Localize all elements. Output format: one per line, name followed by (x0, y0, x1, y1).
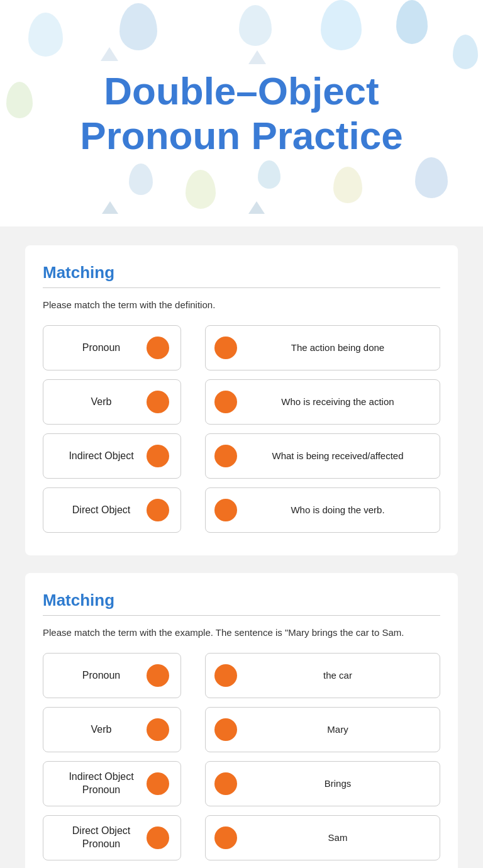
right-match-card[interactable]: Sam (205, 815, 440, 860)
left-connector-dot[interactable] (147, 718, 169, 741)
matching-row: PronounThe action being done (43, 325, 440, 370)
matching-row: VerbWho is receiving the action (43, 379, 440, 425)
right-card-label: Who is receiving the action (243, 396, 428, 408)
matching-row: Indirect ObjectWhat is being received/af… (43, 433, 440, 479)
right-connector-dot[interactable] (214, 337, 237, 359)
right-connector-dot[interactable] (214, 499, 237, 521)
right-card-label: Sam (243, 832, 428, 844)
left-match-card[interactable]: Verb (43, 707, 181, 752)
matching-row: Direct Object PronounSam (43, 815, 440, 860)
right-match-card[interactable]: Who is receiving the action (205, 379, 440, 425)
section-2-title: Matching (43, 591, 440, 610)
right-card-label: Brings (243, 777, 428, 790)
left-match-card[interactable]: Pronoun (43, 325, 181, 370)
content-area: Matching Please match the term with the … (0, 226, 483, 868)
right-match-card[interactable]: Brings (205, 761, 440, 806)
left-card-label: Verb (56, 396, 147, 409)
matching-row: Pronounthe car (43, 653, 440, 698)
right-card-label: The action being done (243, 342, 428, 354)
right-card-label: What is being received/affected (243, 450, 428, 462)
section-1-grid: PronounThe action being doneVerbWho is r… (43, 325, 440, 533)
right-match-card[interactable]: the car (205, 653, 440, 698)
matching-row: Indirect Object PronounBrings (43, 761, 440, 806)
right-connector-dot[interactable] (214, 391, 237, 413)
matching-row: Direct ObjectWho is doing the verb. (43, 487, 440, 533)
right-card-label: Mary (243, 723, 428, 736)
left-card-label: Indirect Object Pronoun (56, 771, 147, 797)
left-match-card[interactable]: Verb (43, 379, 181, 425)
left-match-card[interactable]: Indirect Object (43, 433, 181, 479)
right-connector-dot[interactable] (214, 445, 237, 467)
section-2-grid: Pronounthe carVerbMaryIndirect Object Pr… (43, 653, 440, 860)
left-connector-dot[interactable] (147, 337, 169, 359)
right-connector-dot[interactable] (214, 718, 237, 741)
right-match-card[interactable]: Who is doing the verb. (205, 487, 440, 533)
right-connector-dot[interactable] (214, 772, 237, 795)
section-2-instructions: Please match the term with the example. … (43, 627, 440, 638)
section-1: Matching Please match the term with the … (25, 245, 458, 555)
left-card-label: Direct Object Pronoun (56, 825, 147, 851)
right-match-card[interactable]: Mary (205, 707, 440, 752)
right-connector-dot[interactable] (214, 826, 237, 849)
section-2: Matching Please match the term with the … (25, 573, 458, 868)
right-match-card[interactable]: The action being done (205, 325, 440, 370)
left-match-card[interactable]: Indirect Object Pronoun (43, 761, 181, 806)
left-card-label: Direct Object (56, 504, 147, 517)
matching-row: VerbMary (43, 707, 440, 752)
left-connector-dot[interactable] (147, 445, 169, 467)
left-connector-dot[interactable] (147, 772, 169, 795)
left-match-card[interactable]: Pronoun (43, 653, 181, 698)
left-card-label: Pronoun (56, 669, 147, 682)
section-1-instructions: Please match the term with the definitio… (43, 299, 440, 310)
right-match-card[interactable]: What is being received/affected (205, 433, 440, 479)
left-match-card[interactable]: Direct Object Pronoun (43, 815, 181, 860)
left-connector-dot[interactable] (147, 664, 169, 687)
left-match-card[interactable]: Direct Object (43, 487, 181, 533)
right-card-label: the car (243, 669, 428, 682)
left-connector-dot[interactable] (147, 826, 169, 849)
header: Double–Object Pronoun Practice (0, 0, 483, 226)
left-connector-dot[interactable] (147, 499, 169, 521)
right-card-label: Who is doing the verb. (243, 504, 428, 516)
left-card-label: Indirect Object (56, 450, 147, 463)
left-connector-dot[interactable] (147, 391, 169, 413)
right-connector-dot[interactable] (214, 664, 237, 687)
left-card-label: Verb (56, 723, 147, 737)
section-1-title: Matching (43, 263, 440, 282)
page-title: Double–Object Pronoun Practice (42, 43, 440, 184)
left-card-label: Pronoun (56, 342, 147, 355)
